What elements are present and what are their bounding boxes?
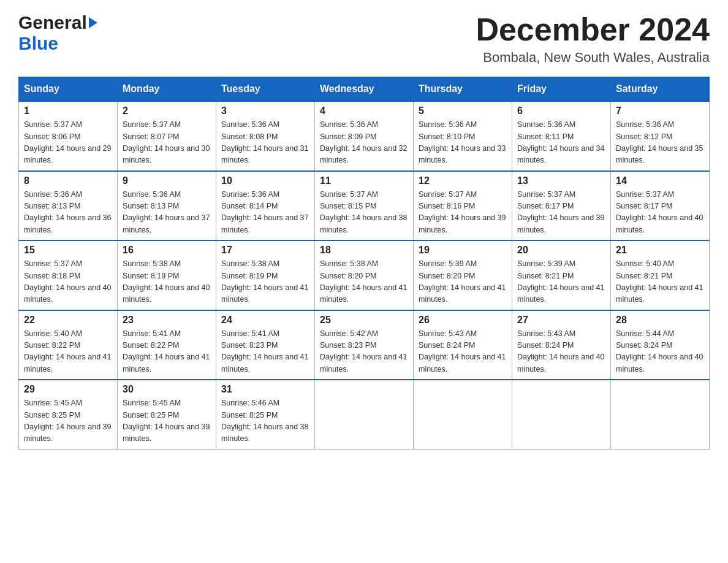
day-number: 8 — [24, 175, 112, 186]
day-number: 16 — [123, 245, 211, 256]
day-info: Sunrise: 5:44 AMSunset: 8:24 PMDaylight:… — [616, 328, 704, 376]
day-number: 5 — [419, 105, 507, 117]
calendar-cell: 19Sunrise: 5:39 AMSunset: 8:20 PMDayligh… — [414, 240, 512, 310]
calendar-cell: 18Sunrise: 5:38 AMSunset: 8:20 PMDayligh… — [315, 240, 414, 310]
day-info: Sunrise: 5:39 AMSunset: 8:21 PMDaylight:… — [517, 258, 605, 306]
weekday-header-friday: Friday — [512, 77, 611, 102]
calendar-cell — [315, 380, 414, 449]
day-number: 30 — [123, 384, 211, 395]
calendar-cell: 12Sunrise: 5:37 AMSunset: 8:16 PMDayligh… — [414, 171, 512, 241]
day-number: 27 — [517, 315, 605, 326]
weekday-header-tuesday: Tuesday — [216, 77, 315, 102]
day-number: 6 — [517, 105, 605, 117]
weekday-header-saturday: Saturday — [611, 77, 710, 102]
calendar-week-3: 15Sunrise: 5:37 AMSunset: 8:18 PMDayligh… — [19, 240, 710, 310]
day-info: Sunrise: 5:37 AMSunset: 8:17 PMDaylight:… — [616, 189, 704, 237]
calendar-cell: 3Sunrise: 5:36 AMSunset: 8:08 PMDaylight… — [216, 101, 315, 171]
day-info: Sunrise: 5:36 AMSunset: 8:10 PMDaylight:… — [419, 119, 507, 167]
calendar-cell: 14Sunrise: 5:37 AMSunset: 8:17 PMDayligh… — [611, 171, 710, 241]
calendar-cell: 20Sunrise: 5:39 AMSunset: 8:21 PMDayligh… — [512, 240, 611, 310]
day-info: Sunrise: 5:36 AMSunset: 8:12 PMDaylight:… — [616, 119, 704, 167]
calendar-cell: 1Sunrise: 5:37 AMSunset: 8:06 PMDaylight… — [19, 101, 118, 171]
day-number: 11 — [320, 175, 408, 186]
calendar-week-5: 29Sunrise: 5:45 AMSunset: 8:25 PMDayligh… — [19, 380, 710, 449]
weekday-header-wednesday: Wednesday — [315, 77, 414, 102]
calendar-cell: 11Sunrise: 5:37 AMSunset: 8:15 PMDayligh… — [315, 171, 414, 241]
day-info: Sunrise: 5:36 AMSunset: 8:14 PMDaylight:… — [221, 189, 309, 237]
day-number: 31 — [221, 384, 309, 395]
day-number: 10 — [221, 175, 309, 186]
calendar-cell: 23Sunrise: 5:41 AMSunset: 8:22 PMDayligh… — [118, 310, 216, 380]
calendar-cell: 26Sunrise: 5:43 AMSunset: 8:24 PMDayligh… — [414, 310, 512, 380]
calendar-cell: 28Sunrise: 5:44 AMSunset: 8:24 PMDayligh… — [611, 310, 710, 380]
calendar-cell: 31Sunrise: 5:46 AMSunset: 8:25 PMDayligh… — [216, 380, 315, 449]
day-number: 12 — [419, 175, 507, 186]
calendar-cell: 2Sunrise: 5:37 AMSunset: 8:07 PMDaylight… — [118, 101, 216, 171]
logo: General Blue — [18, 12, 97, 54]
calendar-cell: 7Sunrise: 5:36 AMSunset: 8:12 PMDaylight… — [611, 101, 710, 171]
calendar-cell — [414, 380, 512, 449]
day-number: 26 — [419, 315, 507, 326]
day-info: Sunrise: 5:36 AMSunset: 8:13 PMDaylight:… — [24, 189, 112, 237]
calendar-cell — [512, 380, 611, 449]
calendar-cell: 17Sunrise: 5:38 AMSunset: 8:19 PMDayligh… — [216, 240, 315, 310]
calendar-cell: 15Sunrise: 5:37 AMSunset: 8:18 PMDayligh… — [19, 240, 118, 310]
weekday-header-thursday: Thursday — [414, 77, 512, 102]
day-number: 29 — [24, 384, 112, 395]
day-number: 23 — [123, 315, 211, 326]
page-title: December 2024 — [476, 12, 710, 47]
day-info: Sunrise: 5:43 AMSunset: 8:24 PMDaylight:… — [419, 328, 507, 376]
calendar-body: 1Sunrise: 5:37 AMSunset: 8:06 PMDaylight… — [19, 101, 710, 449]
day-info: Sunrise: 5:37 AMSunset: 8:17 PMDaylight:… — [517, 189, 605, 237]
day-info: Sunrise: 5:45 AMSunset: 8:25 PMDaylight:… — [24, 397, 112, 445]
calendar-week-4: 22Sunrise: 5:40 AMSunset: 8:22 PMDayligh… — [19, 310, 710, 380]
day-number: 25 — [320, 315, 408, 326]
day-info: Sunrise: 5:37 AMSunset: 8:15 PMDaylight:… — [320, 189, 408, 237]
calendar-cell: 25Sunrise: 5:42 AMSunset: 8:23 PMDayligh… — [315, 310, 414, 380]
day-number: 28 — [616, 315, 704, 326]
calendar-cell: 6Sunrise: 5:36 AMSunset: 8:11 PMDaylight… — [512, 101, 611, 171]
title-section: December 2024 Bombala, New South Wales, … — [476, 12, 710, 66]
calendar-cell: 8Sunrise: 5:36 AMSunset: 8:13 PMDaylight… — [19, 171, 118, 241]
day-info: Sunrise: 5:36 AMSunset: 8:08 PMDaylight:… — [221, 119, 309, 167]
day-info: Sunrise: 5:38 AMSunset: 8:19 PMDaylight:… — [221, 258, 309, 306]
day-info: Sunrise: 5:46 AMSunset: 8:25 PMDaylight:… — [221, 397, 309, 445]
calendar-cell: 10Sunrise: 5:36 AMSunset: 8:14 PMDayligh… — [216, 171, 315, 241]
day-number: 19 — [419, 245, 507, 256]
day-number: 4 — [320, 105, 408, 117]
logo-general-text: General — [18, 12, 87, 33]
calendar-header: SundayMondayTuesdayWednesdayThursdayFrid… — [19, 77, 710, 102]
day-info: Sunrise: 5:42 AMSunset: 8:23 PMDaylight:… — [320, 328, 408, 376]
day-info: Sunrise: 5:36 AMSunset: 8:13 PMDaylight:… — [123, 189, 211, 237]
calendar-cell: 13Sunrise: 5:37 AMSunset: 8:17 PMDayligh… — [512, 171, 611, 241]
calendar-cell: 21Sunrise: 5:40 AMSunset: 8:21 PMDayligh… — [611, 240, 710, 310]
day-number: 15 — [24, 245, 112, 256]
day-info: Sunrise: 5:45 AMSunset: 8:25 PMDaylight:… — [123, 397, 211, 445]
day-info: Sunrise: 5:41 AMSunset: 8:23 PMDaylight:… — [221, 328, 309, 376]
calendar-cell: 22Sunrise: 5:40 AMSunset: 8:22 PMDayligh… — [19, 310, 118, 380]
day-info: Sunrise: 5:38 AMSunset: 8:20 PMDaylight:… — [320, 258, 408, 306]
weekday-header-sunday: Sunday — [19, 77, 118, 102]
page-header: General Blue December 2024 Bombala, New … — [18, 12, 710, 66]
calendar-cell: 5Sunrise: 5:36 AMSunset: 8:10 PMDaylight… — [414, 101, 512, 171]
day-number: 7 — [616, 105, 704, 117]
day-number: 9 — [123, 175, 211, 186]
calendar-cell: 29Sunrise: 5:45 AMSunset: 8:25 PMDayligh… — [19, 380, 118, 449]
day-info: Sunrise: 5:43 AMSunset: 8:24 PMDaylight:… — [517, 328, 605, 376]
location-subtitle: Bombala, New South Wales, Australia — [476, 50, 710, 66]
day-number: 1 — [24, 105, 112, 117]
day-info: Sunrise: 5:38 AMSunset: 8:19 PMDaylight:… — [123, 258, 211, 306]
day-number: 17 — [221, 245, 309, 256]
day-info: Sunrise: 5:36 AMSunset: 8:11 PMDaylight:… — [517, 119, 605, 167]
day-info: Sunrise: 5:37 AMSunset: 8:06 PMDaylight:… — [24, 119, 112, 167]
day-number: 21 — [616, 245, 704, 256]
day-info: Sunrise: 5:37 AMSunset: 8:07 PMDaylight:… — [123, 119, 211, 167]
day-number: 3 — [221, 105, 309, 117]
calendar-week-1: 1Sunrise: 5:37 AMSunset: 8:06 PMDaylight… — [19, 101, 710, 171]
calendar-cell: 16Sunrise: 5:38 AMSunset: 8:19 PMDayligh… — [118, 240, 216, 310]
weekday-header-monday: Monday — [118, 77, 216, 102]
calendar-cell: 30Sunrise: 5:45 AMSunset: 8:25 PMDayligh… — [118, 380, 216, 449]
day-info: Sunrise: 5:41 AMSunset: 8:22 PMDaylight:… — [123, 328, 211, 376]
calendar-cell — [611, 380, 710, 449]
calendar-cell: 24Sunrise: 5:41 AMSunset: 8:23 PMDayligh… — [216, 310, 315, 380]
